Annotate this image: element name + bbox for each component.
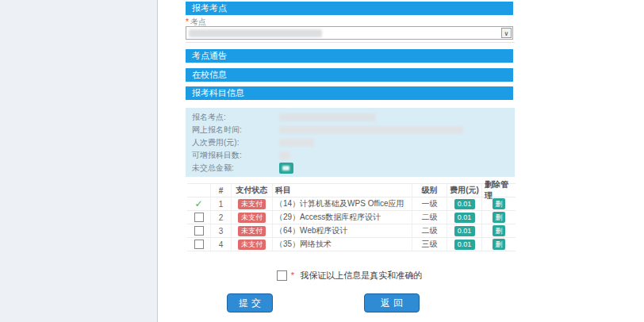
subject-name: （64）Web程序设计 (273, 224, 412, 237)
status-badge: 未支付 (238, 226, 266, 236)
registration-info-panel: 报名考点: 网上报名时间: 人次费用(元): 可增报科目数: 未交总金额: (186, 108, 515, 177)
fee-badge: 0.01 (454, 240, 475, 250)
delete-button[interactable]: 删 (493, 198, 505, 209)
redacted-select-value (189, 29, 322, 37)
form-panel: 报考考点 *考点 ∨ 考点通告 在校信息 报考科目信息 报名考点: 网上报名时间… (157, 0, 644, 322)
info-label: 报名考点: (192, 112, 279, 123)
status-badge: 未支付 (238, 213, 266, 223)
row-checkbox[interactable] (194, 226, 204, 236)
field-label-text: 考点 (190, 17, 206, 26)
subject-name: （29）Access数据库程序设计 (273, 211, 412, 224)
agreement-checkbox[interactable] (277, 270, 287, 281)
status-badge: 未支付 (238, 240, 266, 250)
header-pay-status: 支付状态 (232, 184, 273, 197)
redacted-value (279, 139, 314, 147)
status-badge: 未支付 (238, 199, 266, 209)
info-row-unpaid-total: 未交总金额: (192, 162, 508, 174)
info-label: 网上报名时间: (192, 125, 279, 136)
section-header-school-info[interactable]: 在校信息 (186, 68, 513, 82)
redacted-value (279, 126, 463, 134)
redacted-value (279, 151, 290, 159)
subject-name: （35）网络技术 (273, 238, 412, 251)
header-level: 级别 (412, 184, 447, 197)
page-title: 报考考点 (186, 2, 513, 15)
table-row: 4 未支付 （35）网络技术 三级 0.01 删 (187, 238, 516, 251)
info-label: 可增报科目数: (192, 150, 279, 161)
row-index: 2 (211, 211, 232, 224)
row-checkbox[interactable] (194, 240, 204, 249)
exam-site-select[interactable]: ∨ (186, 26, 513, 40)
info-row-time: 网上报名时间: (192, 124, 508, 136)
required-asterisk: * (291, 270, 294, 280)
header-subject: 科目 (273, 184, 412, 197)
table-row: ✓ 1 未支付 （14）计算机基础及WPS Office应用 一级 0.01 删 (187, 197, 516, 211)
row-checkbox[interactable] (194, 213, 204, 222)
info-label: 未交总金额: (192, 163, 279, 174)
row-index: 3 (211, 224, 232, 237)
agreement-row: * 我保证以上信息是真实和准确的 (186, 269, 513, 282)
subject-level: 二级 (412, 211, 447, 224)
header-select-col (187, 184, 211, 197)
delete-button[interactable]: 删 (493, 225, 505, 236)
section-header-subject-info[interactable]: 报考科目信息 (186, 86, 513, 100)
delete-button[interactable]: 删 (493, 212, 505, 223)
back-button[interactable]: 返回 (364, 293, 420, 312)
subject-name: （14）计算机基础及WPS Office应用 (273, 197, 412, 210)
header-fee: 费用(元) (447, 184, 482, 197)
divider (186, 42, 515, 43)
table-row: 3 未支付 （64）Web程序设计 二级 0.01 删 (187, 224, 516, 238)
delete-button[interactable]: 删 (493, 239, 505, 250)
subject-level: 二级 (412, 224, 447, 237)
table-row: 2 未支付 （29）Access数据库程序设计 二级 0.01 删 (187, 211, 516, 224)
fee-badge: 0.01 (454, 213, 475, 223)
header-delete: 删除管理 (482, 184, 516, 197)
row-index: 1 (211, 197, 232, 210)
fee-badge: 0.01 (454, 226, 475, 236)
table-header-row: # 支付状态 科目 级别 费用(元) 删除管理 (187, 184, 516, 197)
header-index: # (211, 184, 232, 197)
fee-badge: 0.01 (454, 199, 475, 209)
required-asterisk: * (186, 17, 189, 26)
row-index: 4 (211, 238, 232, 251)
unpaid-amount-badge (279, 163, 293, 174)
subject-level: 一级 (412, 197, 447, 210)
redacted-value (282, 166, 289, 171)
submit-button[interactable]: 提交 (227, 293, 273, 312)
chevron-down-icon[interactable]: ∨ (501, 28, 512, 38)
info-row-site: 报名考点: (192, 111, 508, 123)
info-row-fee: 人次费用(元): (192, 136, 508, 148)
subject-level: 三级 (412, 238, 447, 251)
section-header-site-notice[interactable]: 考点通告 (186, 49, 513, 63)
redacted-value (279, 113, 376, 121)
info-row-addable-subjects: 可增报科目数: (192, 149, 508, 161)
agreement-text: 我保证以上信息是真实和准确的 (300, 270, 422, 282)
selected-check-icon: ✓ (194, 198, 202, 209)
info-label: 人次费用(元): (192, 137, 279, 148)
subjects-table: # 支付状态 科目 级别 费用(元) 删除管理 ✓ 1 未支付 （14）计算机基… (187, 183, 516, 251)
